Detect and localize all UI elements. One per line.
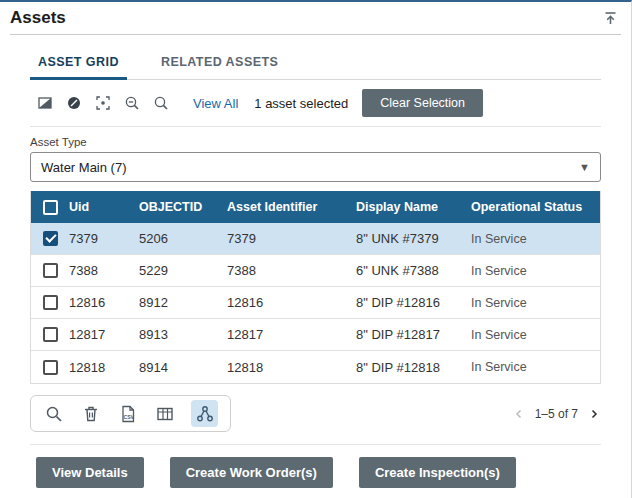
grid-search-icon[interactable]	[43, 403, 65, 425]
previous-page-icon[interactable]	[512, 407, 526, 421]
cell-asset-identifier: 12817	[227, 327, 356, 342]
footer-divider	[30, 444, 601, 445]
zoom-out-icon[interactable]	[123, 94, 141, 112]
delete-icon[interactable]	[80, 403, 102, 425]
next-page-icon[interactable]	[587, 407, 601, 421]
create-work-orders-button[interactable]: Create Work Order(s)	[170, 457, 333, 488]
footer-actions: View Details Create Work Order(s) Create…	[36, 457, 601, 488]
search-icon[interactable]	[152, 94, 170, 112]
row-checkbox[interactable]	[43, 327, 58, 342]
asset-grid-table: Uid OBJECTID Asset Identifier Display Na…	[30, 191, 601, 384]
view-all-link[interactable]: View All	[193, 96, 238, 111]
column-header-display-name[interactable]: Display Name	[356, 200, 471, 214]
cell-uid: 12816	[69, 295, 139, 310]
cell-display-name: 6" UNK #7388	[356, 263, 471, 278]
tab-bar: ASSET GRID RELATED ASSETS	[30, 49, 601, 80]
assets-panel: Assets ASSET GRID RELATED ASSETS	[0, 0, 632, 498]
cell-objectid: 8913	[139, 327, 227, 342]
column-header-operational-status[interactable]: Operational Status	[471, 200, 600, 214]
row-checkbox[interactable]	[43, 231, 58, 246]
cell-uid: 7388	[69, 263, 139, 278]
cell-objectid: 8912	[139, 295, 227, 310]
header-divider	[10, 34, 621, 35]
cell-uid: 7379	[69, 231, 139, 246]
asset-type-label: Asset Type	[30, 136, 601, 148]
grid-toolbar-iconbox: CSV	[30, 395, 231, 432]
cell-objectid: 5206	[139, 231, 227, 246]
cell-display-name: 8" DIP #12818	[356, 360, 471, 375]
asset-type-section: Asset Type Water Main (7) ▼	[30, 136, 601, 182]
pagination-label: 1–5 of 7	[535, 407, 578, 421]
table-row[interactable]: 12818 8914 12818 8" DIP #12818 In Servic…	[31, 351, 600, 383]
cell-display-name: 8" UNK #7379	[356, 231, 471, 246]
table-row[interactable]: 12816 8912 12816 8" DIP #12816 In Servic…	[31, 287, 600, 319]
cell-operational-status: In Service	[471, 264, 600, 278]
cell-operational-status: In Service	[471, 328, 600, 342]
cell-asset-identifier: 7388	[227, 263, 356, 278]
cell-objectid: 5229	[139, 263, 227, 278]
grid-toolbar: CSV	[30, 395, 601, 432]
column-header-uid[interactable]: Uid	[69, 200, 139, 214]
table-header-row: Uid OBJECTID Asset Identifier Display Na…	[31, 191, 600, 223]
cell-display-name: 8" DIP #12816	[356, 295, 471, 310]
cell-asset-identifier: 12818	[227, 360, 356, 375]
cell-operational-status: In Service	[471, 232, 600, 246]
table-row[interactable]: 12817 8913 12817 8" DIP #12817 In Servic…	[31, 319, 600, 351]
cell-operational-status: In Service	[471, 296, 600, 310]
table-row[interactable]: 7379 5206 7379 8" UNK #7379 In Service	[31, 223, 600, 255]
actions-icon[interactable]	[191, 400, 218, 427]
cell-objectid: 8914	[139, 360, 227, 375]
page-title: Assets	[10, 8, 66, 28]
row-checkbox[interactable]	[43, 295, 58, 310]
row-checkbox[interactable]	[43, 360, 58, 375]
select-all-checkbox[interactable]	[43, 200, 58, 215]
cell-operational-status: In Service	[471, 360, 600, 374]
cell-asset-identifier: 7379	[227, 231, 356, 246]
cell-display-name: 8" DIP #12817	[356, 327, 471, 342]
table-columns-icon[interactable]	[154, 403, 176, 425]
svg-text:CSV: CSV	[123, 413, 134, 419]
tab-asset-grid[interactable]: ASSET GRID	[30, 49, 127, 80]
asset-type-value: Water Main (7)	[41, 160, 126, 175]
collapse-panel-icon[interactable]	[601, 9, 619, 27]
cell-uid: 12818	[69, 360, 139, 375]
row-checkbox[interactable]	[43, 263, 58, 278]
highlight-icon[interactable]	[65, 94, 83, 112]
column-header-asset-identifier[interactable]: Asset Identifier	[227, 200, 356, 214]
create-inspections-button[interactable]: Create Inspection(s)	[359, 457, 516, 488]
selection-count-text: 1 asset selected	[254, 96, 348, 111]
column-header-objectid[interactable]: OBJECTID	[139, 200, 227, 214]
clear-selection-button[interactable]: Clear Selection	[362, 89, 483, 117]
view-details-button[interactable]: View Details	[36, 457, 144, 488]
invert-selection-icon[interactable]	[36, 94, 54, 112]
cell-uid: 12817	[69, 327, 139, 342]
export-csv-icon[interactable]: CSV	[117, 403, 139, 425]
panel-header: Assets	[0, 2, 631, 34]
asset-type-select[interactable]: Water Main (7) ▼	[30, 152, 601, 182]
zoom-to-selection-icon[interactable]	[94, 94, 112, 112]
tab-related-assets[interactable]: RELATED ASSETS	[153, 49, 286, 80]
cell-asset-identifier: 12816	[227, 295, 356, 310]
table-row[interactable]: 7388 5229 7388 6" UNK #7388 In Service	[31, 255, 600, 287]
map-toolbar: View All 1 asset selected Clear Selectio…	[30, 80, 601, 127]
pagination: 1–5 of 7	[512, 407, 601, 421]
chevron-down-icon: ▼	[579, 161, 590, 173]
